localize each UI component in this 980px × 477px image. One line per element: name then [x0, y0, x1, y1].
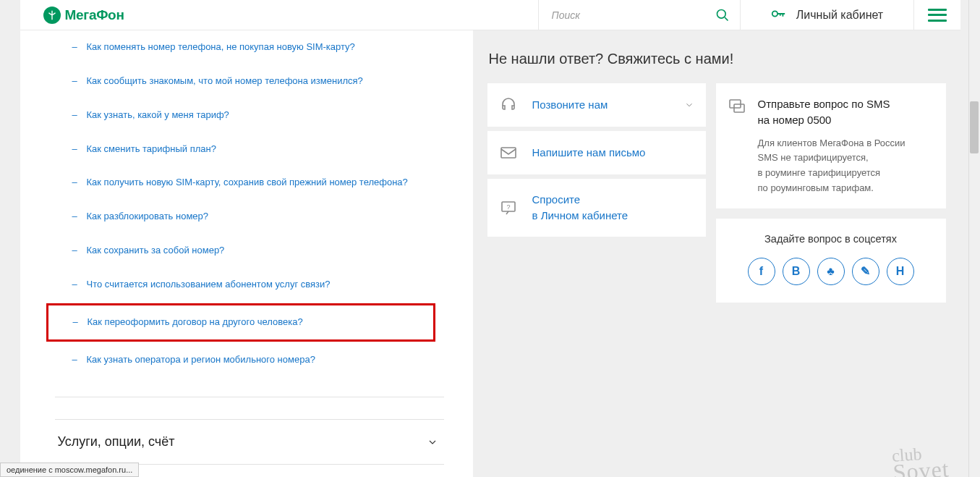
- svg-point-1: [772, 11, 777, 16]
- sms-icon: [728, 96, 748, 114]
- search-input[interactable]: [552, 9, 715, 21]
- dash-icon: –: [72, 353, 80, 367]
- dash-icon: –: [72, 278, 80, 292]
- contact-heading: Не нашли ответ? Свяжитесь с нами!: [489, 51, 946, 67]
- faq-item: –Как сохранить за собой номер?: [20, 234, 473, 268]
- chevron-down-icon: [427, 436, 438, 448]
- menu-button[interactable]: [914, 0, 960, 30]
- faq-link[interactable]: Как получить новую SIM-карту, сохранив с…: [87, 176, 408, 190]
- faq-link[interactable]: Что считается использованием абонентом у…: [87, 278, 331, 292]
- faq-link[interactable]: Как поменять номер телефона, не покупая …: [87, 41, 355, 54]
- contact-card-call[interactable]: Позвоните нам: [487, 83, 706, 127]
- envelope-icon: [499, 144, 519, 161]
- logo[interactable]: МегаФон: [43, 7, 124, 24]
- faq-item: –Как узнать оператора и регион мобильног…: [20, 343, 473, 377]
- faq-item: –Что считается использованием абонентом …: [20, 268, 473, 302]
- faq-item: –Как сменить тарифный план?: [20, 132, 473, 166]
- social-vk-icon[interactable]: В: [783, 258, 810, 285]
- faq-item: –Как поменять номер телефона, не покупая…: [20, 30, 473, 64]
- search-box[interactable]: [538, 0, 741, 30]
- faq-item: –Как получить новую SIM-карту, сохранив …: [20, 166, 473, 200]
- dash-icon: –: [72, 176, 80, 190]
- faq-link[interactable]: Как сохранить за собой номер?: [87, 244, 225, 258]
- contact-write-link[interactable]: Напишите нам письмо: [532, 145, 646, 161]
- faq-item: –Как переоформить договор на другого чел…: [46, 303, 435, 342]
- key-icon: [770, 6, 786, 25]
- chevron-down-icon: [684, 100, 694, 110]
- scrollbar-track[interactable]: [968, 0, 980, 477]
- content: –Как поменять номер телефона, не покупая…: [20, 30, 960, 477]
- social-habr-icon[interactable]: Н: [887, 258, 914, 285]
- faq-link[interactable]: Как сменить тарифный план?: [87, 143, 216, 156]
- dash-icon: –: [73, 316, 80, 329]
- side-stack: Отправьте вопрос по SMS на номер 0500 Дл…: [716, 83, 946, 303]
- faq-link[interactable]: Как переоформить договор на другого чело…: [88, 316, 303, 329]
- faq-item: –Как сообщить знакомым, что мой номер те…: [20, 64, 473, 98]
- sms-text: Отправьте вопрос по SMS на номер 0500 Дл…: [758, 96, 906, 195]
- contact-grid: Позвоните нам Напишите нам письмо: [487, 83, 946, 303]
- contact-column: Не нашли ответ? Свяжитесь с нами! Позвон…: [473, 30, 960, 477]
- faq-link[interactable]: Как узнать оператора и регион мобильного…: [87, 353, 315, 367]
- social-title: Задайте вопрос в соцсетях: [726, 233, 936, 245]
- dash-icon: –: [72, 210, 80, 224]
- headset-icon: [499, 96, 519, 114]
- svg-text:?: ?: [506, 203, 510, 211]
- logo-mark-icon: [43, 7, 61, 24]
- faq-link[interactable]: Как сообщить знакомым, что мой номер тел…: [87, 75, 363, 88]
- logo-text: МегаФон: [65, 7, 124, 23]
- faq-link[interactable]: Как разблокировать номер?: [87, 210, 209, 224]
- svg-point-0: [717, 9, 725, 18]
- contact-ask-link[interactable]: Спросите в Личном кабинете: [532, 192, 629, 224]
- contact-card-ask[interactable]: ? Спросите в Личном кабинете: [487, 179, 706, 237]
- dash-icon: –: [72, 109, 80, 122]
- question-chat-icon: ?: [499, 199, 519, 216]
- sms-note: Для клиентов МегаФона в России SMS не та…: [758, 138, 906, 194]
- social-row: fВ♣✎Н: [726, 258, 936, 285]
- search-icon[interactable]: [715, 8, 730, 22]
- contact-card-write[interactable]: Напишите нам письмо: [487, 131, 706, 174]
- personal-account-label: Личный кабинет: [796, 9, 883, 22]
- faq-list: –Как поменять номер телефона, не покупая…: [20, 30, 473, 376]
- faq-column: –Как поменять номер телефона, не покупая…: [20, 30, 473, 477]
- social-facebook-icon[interactable]: f: [748, 258, 775, 285]
- faq-item: –Как разблокировать номер?: [20, 200, 473, 234]
- scrollbar-thumb[interactable]: [970, 101, 979, 153]
- contact-call-link[interactable]: Позвоните нам: [532, 97, 608, 113]
- social-odnoklassniki-icon[interactable]: ♣: [817, 258, 845, 285]
- accordion-services[interactable]: Услуги, опции, счёт: [55, 419, 444, 465]
- accordion-label: Услуги, опции, счёт: [58, 434, 175, 449]
- dash-icon: –: [72, 143, 80, 156]
- sms-card: Отправьте вопрос по SMS на номер 0500 Дл…: [716, 83, 946, 208]
- social-clip-icon[interactable]: ✎: [852, 258, 879, 285]
- dash-icon: –: [72, 41, 80, 54]
- hamburger-icon: [928, 9, 947, 22]
- dash-icon: –: [72, 75, 80, 88]
- social-card: Задайте вопрос в соцсетях fВ♣✎Н: [716, 219, 946, 303]
- sms-title: Отправьте вопрос по SMS на номер 0500: [758, 96, 906, 128]
- dash-icon: –: [72, 244, 80, 258]
- personal-account-link[interactable]: Личный кабинет: [741, 0, 914, 30]
- faq-link[interactable]: Как узнать, какой у меня тариф?: [87, 109, 229, 122]
- faq-item: –Как узнать, какой у меня тариф?: [20, 98, 473, 132]
- divider: [55, 397, 444, 397]
- browser-statusbar: оединение с moscow.megafon.ru...: [0, 463, 139, 477]
- svg-rect-2: [501, 148, 516, 158]
- header: МегаФон Личный кабинет: [20, 0, 960, 30]
- contact-cards: Позвоните нам Напишите нам письмо: [487, 83, 706, 237]
- logo-wrap: МегаФон: [20, 0, 538, 30]
